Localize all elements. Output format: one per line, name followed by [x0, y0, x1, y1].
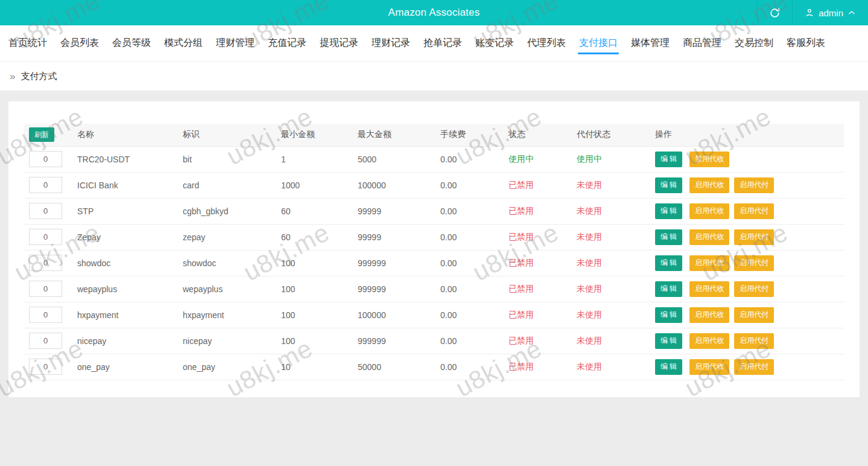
- fee-value: 0.00: [436, 276, 504, 302]
- table-row: hxpayment hxpayment 100 100000 0.00 已禁用 …: [24, 302, 844, 328]
- payment-code: card: [178, 172, 276, 198]
- column-header-fee: 手续费: [436, 124, 504, 146]
- min-amount-value: 1000: [276, 172, 353, 198]
- toggle-button[interactable]: 启用代付: [734, 229, 774, 245]
- payment-name: showdoc: [72, 250, 178, 276]
- toggle-button[interactable]: 启用代收: [689, 333, 729, 349]
- sort-order-input[interactable]: [29, 255, 62, 271]
- nav-tab[interactable]: 账变记录: [469, 25, 521, 61]
- main-nav: 首页统计会员列表会员等级模式分组理财管理充值记录提现记录理财记录抢单记录账变记录…: [0, 25, 868, 62]
- toggle-button[interactable]: 启用代收: [689, 255, 729, 271]
- user-menu[interactable]: admin: [792, 0, 868, 25]
- user-icon: [805, 8, 814, 18]
- edit-button[interactable]: 编 辑: [655, 307, 682, 323]
- payment-code: nicepay: [178, 328, 276, 354]
- sort-order-input[interactable]: [29, 229, 62, 245]
- column-header-payout-status: 代付状态: [572, 124, 650, 146]
- min-amount-value: 60: [276, 198, 353, 224]
- payout-status-text: 未使用: [577, 232, 602, 241]
- username: admin: [819, 8, 843, 18]
- nav-tab[interactable]: 客服列表: [780, 25, 832, 61]
- payment-code: cgbh_gbkyd: [178, 198, 276, 224]
- payment-code: wepayplus: [178, 276, 276, 302]
- nav-tab[interactable]: 会员等级: [106, 25, 157, 61]
- edit-button[interactable]: 编 辑: [655, 255, 682, 271]
- payment-name: wepayplus: [72, 276, 178, 302]
- status-text: 已禁用: [508, 258, 534, 267]
- toggle-button[interactable]: 启用代收: [689, 203, 729, 219]
- nav-tab[interactable]: 会员列表: [54, 25, 106, 61]
- nav-tab[interactable]: 商品管理: [676, 25, 728, 61]
- sort-order-input[interactable]: [29, 151, 62, 167]
- sort-order-input[interactable]: [29, 333, 62, 349]
- edit-button[interactable]: 编 辑: [655, 203, 682, 219]
- table-row: showdoc showdoc 100 999999 0.00 已禁用 未使用 …: [24, 250, 844, 276]
- nav-tab[interactable]: 支付接口: [572, 25, 624, 61]
- nav-tab[interactable]: 提现记录: [313, 25, 365, 61]
- toggle-button[interactable]: 禁用代收: [689, 152, 729, 167]
- payment-name: TRC20-USDT: [72, 146, 178, 172]
- payment-methods-table: 刷新 名称 标识 最小金额 最大金额 手续费 状态 代付状态 操作 TRC20-…: [24, 124, 844, 380]
- payment-name: ICICI Bank: [72, 172, 178, 198]
- toggle-button[interactable]: 启用代收: [689, 359, 729, 375]
- toggle-button[interactable]: 启用代付: [734, 281, 774, 297]
- payment-name: STP: [72, 198, 178, 224]
- nav-tab[interactable]: 代理列表: [521, 25, 572, 61]
- payment-code: one_pay: [178, 354, 276, 380]
- payment-name: one_pay: [72, 354, 178, 380]
- edit-button[interactable]: 编 辑: [655, 281, 682, 297]
- toggle-button[interactable]: 启用代收: [689, 229, 729, 245]
- payout-status-text: 未使用: [577, 362, 602, 371]
- table-row: one_pay one_pay 10 50000 0.00 已禁用 未使用 编 …: [24, 354, 844, 380]
- payout-status-text: 未使用: [577, 336, 602, 345]
- nav-tab[interactable]: 充值记录: [261, 25, 313, 61]
- sort-order-input[interactable]: [29, 281, 62, 297]
- edit-button[interactable]: 编 辑: [655, 229, 682, 245]
- page-body: 刷新 名称 标识 最小金额 最大金额 手续费 状态 代付状态 操作 TRC20-…: [0, 91, 868, 397]
- toggle-button[interactable]: 启用代付: [734, 307, 774, 323]
- refresh-page-button[interactable]: [757, 0, 792, 25]
- sort-order-input[interactable]: [29, 359, 62, 375]
- sort-order-input[interactable]: [29, 177, 62, 193]
- column-header-name: 名称: [72, 124, 178, 146]
- edit-button[interactable]: 编 辑: [655, 177, 682, 193]
- toggle-button[interactable]: 启用代付: [734, 359, 774, 375]
- payout-status-text: 使用中: [577, 154, 602, 164]
- nav-tab[interactable]: 理财管理: [209, 25, 261, 61]
- nav-tab[interactable]: 媒体管理: [624, 25, 676, 61]
- refresh-table-button[interactable]: 刷新: [29, 127, 54, 142]
- fee-value: 0.00: [436, 198, 504, 224]
- actions-cell: 编 辑 启用代收启用代付: [650, 302, 844, 328]
- payment-name: Zepay: [72, 224, 178, 250]
- sort-order-input[interactable]: [29, 307, 62, 323]
- toggle-button[interactable]: 启用代付: [734, 333, 774, 349]
- nav-tab[interactable]: 交易控制: [728, 25, 780, 61]
- sort-order-input[interactable]: [29, 203, 62, 219]
- toggle-button[interactable]: 启用代付: [734, 177, 774, 193]
- max-amount-value: 99999: [353, 224, 436, 250]
- toggle-button[interactable]: 启用代收: [689, 281, 729, 297]
- edit-button[interactable]: 编 辑: [655, 333, 682, 349]
- nav-tab[interactable]: 理财记录: [365, 25, 417, 61]
- edit-button[interactable]: 编 辑: [655, 152, 682, 167]
- table-row: nicepay nicepay 100 999999 0.00 已禁用 未使用 …: [24, 328, 844, 354]
- status-text: 已禁用: [508, 336, 534, 345]
- toggle-button[interactable]: 启用代收: [689, 307, 729, 323]
- actions-cell: 编 辑 启用代收启用代付: [650, 172, 844, 198]
- nav-tab[interactable]: 模式分组: [157, 25, 209, 61]
- status-text: 已禁用: [508, 310, 534, 319]
- payment-code: hxpayment: [178, 302, 276, 328]
- edit-button[interactable]: 编 辑: [655, 359, 682, 375]
- toggle-button[interactable]: 启用代收: [689, 177, 729, 193]
- toggle-button[interactable]: 启用代付: [734, 203, 774, 219]
- toggle-button[interactable]: 启用代付: [734, 255, 774, 271]
- max-amount-value: 999999: [353, 328, 436, 354]
- actions-cell: 编 辑 启用代收启用代付: [650, 354, 844, 380]
- payment-code: showdoc: [178, 250, 276, 276]
- fee-value: 0.00: [436, 172, 504, 198]
- app-title: Amazon Associates: [0, 7, 868, 19]
- max-amount-value: 5000: [353, 146, 436, 172]
- nav-tab[interactable]: 抢单记录: [417, 25, 469, 61]
- min-amount-value: 10: [276, 354, 353, 380]
- nav-tab[interactable]: 首页统计: [2, 25, 54, 61]
